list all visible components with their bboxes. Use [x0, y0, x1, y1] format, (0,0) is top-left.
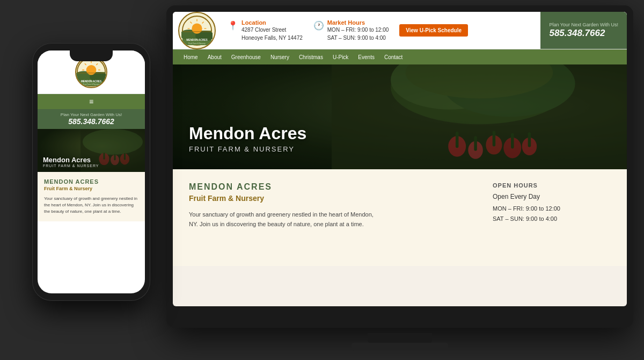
- svg-text:MENDON ACRES: MENDON ACRES: [81, 80, 101, 83]
- header-phone: Plan Your Next Garden With Us! 585.348.7…: [540, 12, 627, 49]
- mobile-hero: Mendon Acres FRUIT FARM & NURSERY: [38, 129, 145, 172]
- nav-events[interactable]: Events: [354, 52, 379, 62]
- hours-weekend: SAT – SUN: 9:00 to 4:00: [327, 34, 389, 42]
- open-hours-weekday: MON – FRI: 9:00 to 12:00: [493, 204, 611, 214]
- svg-text:Fruit Farm & Nursery: Fruit Farm & Nursery: [188, 42, 206, 45]
- location-address-line2: Honeoye Falls, NY 14472: [241, 34, 303, 42]
- header-info: 📍 Location 4287 Clover Street Honeoye Fa…: [221, 12, 540, 49]
- nav-upick[interactable]: U-Pick: [328, 52, 353, 62]
- nav-greenhouse[interactable]: Greenhouse: [227, 52, 265, 62]
- hero-overlay: [173, 64, 627, 169]
- logo-circle: MENDON ACRES Fruit Farm & Nursery: [178, 12, 216, 49]
- mobile-menu-bar: ≡: [38, 94, 145, 109]
- nav-christmas[interactable]: Christmas: [295, 52, 327, 62]
- svg-point-4: [192, 23, 202, 33]
- mobile-site-name: MENDON ACRES: [44, 178, 138, 185]
- mobile-phone-number: 585.348.7662: [43, 117, 140, 126]
- mobile-tagline: Fruit Farm & Nursery: [44, 186, 138, 191]
- monitor-base: [352, 343, 448, 350]
- scene: MENDON ACRES Fruit Farm & Nursery 📍 Loca…: [0, 0, 644, 360]
- hours-weekday: MON – FRI: 9:00 to 12:00: [327, 26, 389, 34]
- content-site-name: MENDON ACRES: [189, 182, 471, 192]
- open-every-day-label: Open Every Day: [493, 193, 611, 200]
- hero-text: Mendon Acres FRUIT FARM & NURSERY: [189, 124, 306, 153]
- content-right: OPEN HOURS Open Every Day MON – FRI: 9:0…: [493, 182, 611, 253]
- desktop-content-section: MENDON ACRES Fruit Farm & Nursery Your s…: [173, 169, 627, 266]
- header-logo: MENDON ACRES Fruit Farm & Nursery: [173, 12, 221, 49]
- mobile-content-section: MENDON ACRES Fruit Farm & Nursery Your s…: [38, 172, 145, 221]
- content-description: Your sanctuary of growth and greenery ne…: [189, 210, 382, 229]
- mobile-phone: MENDON ACRES Fruit Farm & Nursery ≡ Plan…: [32, 43, 150, 301]
- open-hours-title: OPEN HOURS: [493, 182, 611, 189]
- location-icon: 📍: [228, 20, 238, 31]
- svg-text:Fruit Farm & Nursery: Fruit Farm & Nursery: [83, 83, 100, 85]
- mobile-plan-text: Plan Your Next Garden With Us!: [43, 112, 140, 117]
- mobile-hero-text: Mendon Acres FRUIT FARM & NURSERY: [43, 156, 99, 168]
- phone-number: 585.348.7662: [549, 28, 605, 39]
- monitor-screen: MENDON ACRES Fruit Farm & Nursery 📍 Loca…: [173, 12, 627, 306]
- mobile-hero-subtitle: FRUIT FARM & NURSERY: [43, 164, 99, 168]
- content-left: MENDON ACRES Fruit Farm & Nursery Your s…: [189, 182, 471, 253]
- mobile-logo-svg: MENDON ACRES Fruit Farm & Nursery: [76, 57, 106, 87]
- upick-schedule-button[interactable]: View U-Pick Schedule: [399, 24, 468, 37]
- mobile-cta-bar: Plan Your Next Garden With Us! 585.348.7…: [38, 109, 145, 129]
- hamburger-icon[interactable]: ≡: [89, 97, 93, 106]
- desktop-website-header: MENDON ACRES Fruit Farm & Nursery 📍 Loca…: [173, 12, 627, 49]
- nav-contact[interactable]: Contact: [380, 52, 407, 62]
- nav-home[interactable]: Home: [179, 52, 202, 62]
- mobile-hero-title: Mendon Acres: [43, 156, 99, 164]
- location-address-line1: 4287 Clover Street: [241, 26, 303, 34]
- phone-plan-text: Plan Your Next Garden With Us!: [549, 22, 618, 28]
- phone-notch: [70, 51, 113, 61]
- hero-title: Mendon Acres: [189, 124, 306, 143]
- hero-subtitle: FRUIT FARM & NURSERY: [189, 145, 306, 153]
- hours-title: Market Hours: [327, 19, 389, 26]
- phone-screen: MENDON ACRES Fruit Farm & Nursery ≡ Plan…: [38, 51, 145, 293]
- desktop-hero: Mendon Acres FRUIT FARM & NURSERY: [173, 64, 627, 169]
- svg-point-32: [86, 65, 97, 75]
- header-location: 📍 Location 4287 Clover Street Honeoye Fa…: [228, 19, 303, 42]
- phone-frame: MENDON ACRES Fruit Farm & Nursery ≡ Plan…: [32, 43, 150, 301]
- location-title: Location: [241, 19, 303, 26]
- nav-about[interactable]: About: [203, 52, 226, 62]
- hours-details: Market Hours MON – FRI: 9:00 to 12:00 SA…: [327, 19, 389, 42]
- header-hours: 🕐 Market Hours MON – FRI: 9:00 to 12:00 …: [313, 19, 389, 42]
- monitor-frame: MENDON ACRES Fruit Farm & Nursery 📍 Loca…: [166, 5, 633, 328]
- desktop-nav: Home About Greenhouse Nursery Christmas …: [173, 49, 627, 64]
- monitor-stand: [368, 333, 432, 344]
- location-details: Location 4287 Clover Street Honeoye Fall…: [241, 19, 303, 42]
- logo-svg: MENDON ACRES Fruit Farm & Nursery: [181, 15, 213, 46]
- mobile-description: Your sanctuary of growth and greenery ne…: [44, 196, 138, 215]
- desktop-monitor: MENDON ACRES Fruit Farm & Nursery 📍 Loca…: [166, 5, 633, 328]
- clock-icon: 🕐: [313, 20, 324, 31]
- svg-text:MENDON ACRES: MENDON ACRES: [186, 39, 208, 41]
- content-tagline: Fruit Farm & Nursery: [189, 194, 471, 203]
- open-hours-weekend: SAT – SUN: 9:00 to 4:00: [493, 214, 611, 224]
- nav-nursery[interactable]: Nursery: [266, 52, 294, 62]
